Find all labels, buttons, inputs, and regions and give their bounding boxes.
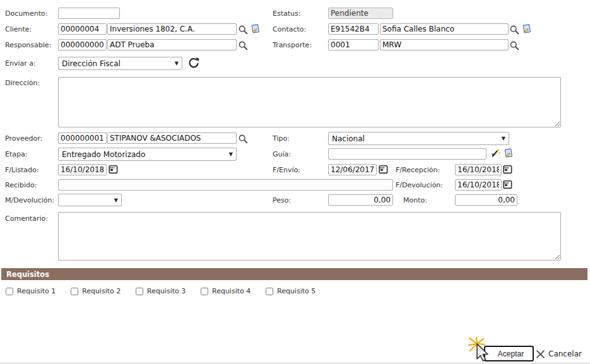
- responsable-label: Responsable:: [5, 41, 51, 49]
- enviar-a-value: Dirección Fiscal: [62, 59, 121, 68]
- direccion-textarea[interactable]: [58, 77, 561, 127]
- edit-document-icon[interactable]: [250, 23, 261, 34]
- contacto-name-input[interactable]: [380, 23, 509, 35]
- transporte-code-input[interactable]: [328, 39, 379, 50]
- transporte-name-input[interactable]: [380, 39, 509, 50]
- magic-wand-icon[interactable]: [490, 148, 500, 158]
- close-icon: [536, 349, 545, 359]
- f-listado-label: F/Listado:: [5, 166, 38, 174]
- documento-input[interactable]: [58, 8, 120, 19]
- enviar-a-select[interactable]: Dirección Fiscal ▼: [58, 57, 182, 70]
- requisito-3-label: Requisito 3: [147, 287, 186, 295]
- tipo-select[interactable]: Nacional ▼: [328, 132, 509, 145]
- requisitos-title: Requisitos: [6, 270, 49, 279]
- contacto-label: Contacto:: [273, 25, 306, 33]
- requisito-2-label: Requisito 2: [82, 287, 121, 295]
- f-envio-label: F/Envío:: [273, 166, 300, 174]
- calendar-icon[interactable]: [109, 165, 118, 174]
- f-listado-input[interactable]: [58, 164, 107, 175]
- cancelar-label: Cancelar: [548, 349, 582, 358]
- search-icon[interactable]: [509, 25, 519, 35]
- f-recepcion-input[interactable]: [455, 164, 502, 175]
- calendar-icon[interactable]: [503, 180, 512, 189]
- comentario-textarea[interactable]: [58, 212, 561, 261]
- estatus-input: [328, 8, 393, 19]
- requisito-1-label: Requisito 1: [17, 287, 56, 295]
- documento-label: Documento:: [5, 9, 47, 18]
- f-devolucion-input[interactable]: [455, 179, 502, 191]
- refresh-icon[interactable]: [187, 57, 200, 69]
- f-envio-input[interactable]: [328, 164, 377, 175]
- search-icon[interactable]: [509, 40, 519, 50]
- guia-input[interactable]: [328, 148, 487, 160]
- proveedor-code-input[interactable]: [58, 132, 107, 144]
- requisito-5-checkbox[interactable]: Requisito 5: [266, 287, 316, 295]
- requisito-4-checkbox[interactable]: Requisito 4: [201, 287, 251, 295]
- chevron-down-icon: ▼: [175, 61, 179, 66]
- cliente-label: Cliente:: [5, 25, 32, 33]
- requisito-4-label: Requisito 4: [212, 287, 251, 295]
- comentario-label: Comentario:: [5, 214, 48, 223]
- f-devolucion-label: F/Devolución:: [396, 181, 443, 189]
- peso-label: Peso:: [273, 196, 291, 204]
- m-devolucion-select[interactable]: ▼: [58, 194, 122, 206]
- tipo-value: Nacional: [332, 134, 365, 143]
- tipo-label: Tipo:: [273, 134, 290, 143]
- etapa-label: Etapa:: [5, 150, 27, 158]
- calendar-icon[interactable]: [503, 165, 512, 174]
- click-cursor-icon: [468, 337, 494, 363]
- m-devolucion-label: M/Devolución:: [5, 196, 54, 204]
- responsable-code-input[interactable]: [58, 39, 107, 50]
- recibido-label: Recibido:: [5, 181, 37, 189]
- search-icon[interactable]: [238, 40, 248, 50]
- edit-document-icon[interactable]: [521, 23, 532, 34]
- monto-input[interactable]: [455, 194, 517, 206]
- checkbox[interactable]: [6, 288, 13, 295]
- checkbox[interactable]: [71, 288, 78, 295]
- checkbox[interactable]: [136, 288, 143, 295]
- aceptar-label: Aceptar: [498, 349, 524, 358]
- transporte-label: Transporte:: [273, 41, 312, 49]
- estatus-label: Estatus:: [273, 9, 300, 18]
- requisito-5-label: Requisito 5: [277, 287, 316, 295]
- guia-label: Guía:: [273, 150, 291, 158]
- enviar-a-label: Enviar a:: [5, 59, 36, 68]
- recibido-input[interactable]: [58, 179, 393, 191]
- checkbox[interactable]: [266, 288, 273, 295]
- chevron-down-icon: ▼: [229, 151, 233, 157]
- etapa-select[interactable]: Entregado Motorizado ▼: [58, 148, 237, 161]
- footer-divider: [0, 363, 590, 363]
- f-recepcion-label: F/Recepción:: [396, 166, 440, 174]
- chevron-down-icon: ▼: [114, 197, 118, 203]
- monto-label: Monto:: [403, 196, 427, 204]
- chevron-down-icon: ▼: [502, 136, 505, 141]
- calendar-icon[interactable]: [379, 165, 388, 174]
- direccion-label: Dirección:: [5, 79, 40, 87]
- requisito-2-checkbox[interactable]: Requisito 2: [71, 287, 121, 295]
- requisito-1-checkbox[interactable]: Requisito 1: [6, 287, 56, 295]
- search-icon[interactable]: [238, 134, 248, 144]
- cliente-code-input[interactable]: [58, 23, 107, 35]
- checkbox[interactable]: [201, 288, 208, 295]
- proveedor-label: Proveedor:: [5, 134, 42, 143]
- requisitos-section-header: Requisitos: [1, 268, 587, 280]
- contacto-code-input[interactable]: [328, 23, 379, 35]
- cancelar-button[interactable]: Cancelar: [536, 348, 582, 360]
- responsable-name-input[interactable]: [107, 39, 237, 50]
- proveedor-name-input[interactable]: [107, 132, 237, 144]
- requisito-3-checkbox[interactable]: Requisito 3: [136, 287, 186, 295]
- edit-document-icon[interactable]: [503, 148, 514, 158]
- search-icon[interactable]: [238, 25, 248, 35]
- etapa-value: Entregado Motorizado: [62, 150, 145, 159]
- cliente-name-input[interactable]: [107, 23, 237, 35]
- shipment-form: Documento: Estatus: Cliente: Contacto: R…: [0, 0, 590, 364]
- peso-input[interactable]: [328, 194, 393, 206]
